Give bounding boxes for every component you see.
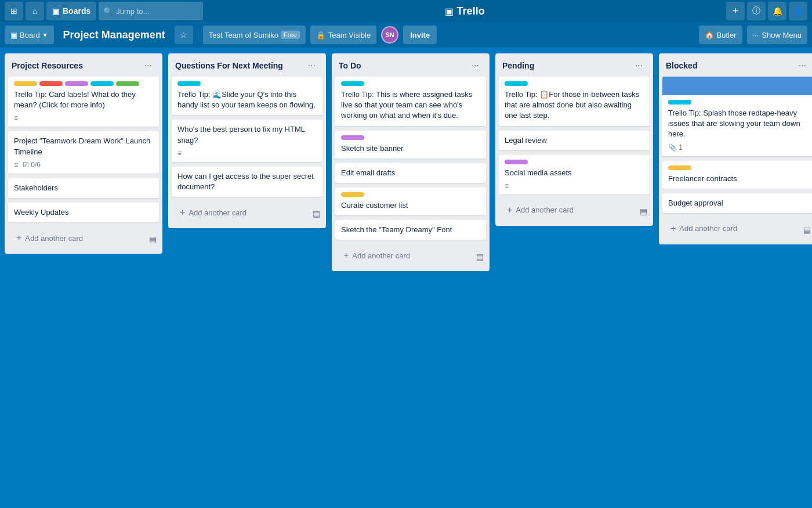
card-label bbox=[341, 81, 364, 86]
add-card-button-blocked[interactable]: +Add another card bbox=[665, 219, 799, 239]
card-tip-redtape[interactable]: Trello Tip: Splash those redtape-heavy i… bbox=[662, 77, 812, 156]
home-button[interactable]: ⌂ bbox=[26, 2, 44, 20]
list-menu-button-to-do[interactable]: ··· bbox=[468, 59, 483, 72]
app-branding: ▣ Trello bbox=[205, 5, 724, 17]
list-blocked: Blocked···Trello Tip: Splash those redta… bbox=[659, 53, 812, 244]
plus-icon: + bbox=[507, 205, 512, 215]
card-tip-labels[interactable]: Trello Tip: Card labels! What do they me… bbox=[8, 77, 159, 127]
list-header-blocked: Blocked··· bbox=[659, 53, 812, 77]
card-edit-email-drafts[interactable]: Edit email drafts bbox=[335, 163, 486, 183]
card-template-button-project-resources[interactable]: ▤ bbox=[147, 232, 159, 246]
add-card-button-pending[interactable]: +Add another card bbox=[501, 200, 635, 220]
card-label bbox=[65, 81, 88, 86]
app-name: Trello bbox=[457, 5, 485, 17]
list-questions-next-meeting: Questions For Next Meeting···Trello Tip:… bbox=[168, 53, 326, 228]
card-sketch-banner[interactable]: Sketch site banner bbox=[335, 131, 486, 158]
card-badge: 📎 1 bbox=[668, 143, 683, 152]
list-cards-project-resources: Trello Tip: Card labels! What do they me… bbox=[5, 77, 162, 227]
grid-icon-button[interactable]: ⊞ bbox=[5, 2, 23, 20]
card-tip-inbetween[interactable]: Trello Tip: 📋For those in-between tasks … bbox=[499, 77, 650, 126]
card-text-stakeholders: Stakeholders bbox=[14, 183, 153, 193]
plus-icon: + bbox=[180, 207, 185, 218]
list-menu-button-blocked[interactable]: ··· bbox=[795, 59, 810, 72]
star-button[interactable]: ☆ bbox=[175, 26, 193, 44]
star-icon: ☆ bbox=[180, 30, 187, 39]
card-label bbox=[177, 81, 201, 86]
card-text-legal-review: Legal review bbox=[505, 135, 644, 146]
card-labels-sketch-banner bbox=[341, 135, 480, 140]
search-bar[interactable]: 🔍 bbox=[99, 2, 203, 20]
list-menu-button-pending[interactable]: ··· bbox=[632, 59, 646, 72]
avatar[interactable]: SN bbox=[381, 26, 398, 44]
card-badge: ≡ bbox=[14, 161, 18, 169]
team-name-button[interactable]: Test Team of Sumiko Free bbox=[203, 26, 306, 44]
card-freelancer-contracts[interactable]: Freelancer contracts bbox=[662, 161, 812, 189]
card-label bbox=[90, 81, 114, 86]
card-tip-assigned[interactable]: Trello Tip: This is where assigned tasks… bbox=[335, 77, 486, 126]
list-title-blocked: Blocked bbox=[666, 61, 795, 70]
card-label bbox=[668, 100, 691, 105]
card-template-button-questions-next-meeting[interactable]: ▤ bbox=[310, 207, 322, 221]
add-card-footer-to-do: +Add another card▤ bbox=[332, 244, 490, 271]
list-menu-button-project-resources[interactable]: ··· bbox=[141, 59, 155, 72]
card-sketch-font[interactable]: Sketch the "Teamy Dreamy" Font bbox=[335, 220, 486, 240]
add-card-button-to-do[interactable]: +Add another card bbox=[338, 246, 472, 265]
list-title-to-do: To Do bbox=[339, 61, 468, 70]
card-stakeholders[interactable]: Stakeholders bbox=[8, 178, 159, 198]
card-label bbox=[341, 192, 364, 197]
profile-button[interactable]: 👤 bbox=[789, 2, 807, 20]
card-template-button-to-do[interactable]: ▤ bbox=[474, 250, 486, 264]
boards-button[interactable]: ▣ Boards bbox=[46, 2, 96, 20]
team-visible-button[interactable]: 🔒 Team Visible bbox=[310, 26, 376, 44]
card-budget-approval[interactable]: Budget approval bbox=[662, 193, 812, 213]
add-card-label: Add another card bbox=[188, 208, 246, 217]
card-label bbox=[14, 81, 37, 86]
butler-label: Butler bbox=[717, 31, 737, 39]
search-input[interactable] bbox=[116, 7, 197, 16]
card-text-tip-assigned: Trello Tip: This is where assigned tasks… bbox=[341, 89, 480, 121]
card-label bbox=[505, 81, 528, 86]
card-text-launch-timeline: Project "Teamwork Dream Work" Launch Tim… bbox=[14, 136, 153, 157]
list-cards-to-do: Trello Tip: This is where assigned tasks… bbox=[332, 77, 490, 244]
notifications-button[interactable]: 🔔 bbox=[768, 2, 786, 20]
info-button[interactable]: ⓘ bbox=[747, 2, 766, 20]
card-template-icon: ▤ bbox=[803, 225, 811, 235]
list-pending: Pending···Trello Tip: 📋For those in-betw… bbox=[495, 53, 653, 226]
card-footer-tip-redtape: 📎 1 bbox=[668, 143, 807, 152]
list-header-questions-next-meeting: Questions For Next Meeting··· bbox=[168, 53, 326, 77]
card-badge: ≡ bbox=[177, 149, 182, 157]
add-card-footer-blocked: +Add another card▤ bbox=[659, 218, 812, 244]
header-divider bbox=[198, 28, 198, 42]
search-icon: 🔍 bbox=[103, 7, 113, 16]
card-launch-timeline[interactable]: Project "Teamwork Dream Work" Launch Tim… bbox=[8, 131, 159, 173]
card-legal-review[interactable]: Legal review bbox=[499, 131, 650, 150]
grid-icon: ⊞ bbox=[10, 6, 17, 16]
card-footer-tip-labels: ≡ bbox=[14, 114, 153, 122]
card-template-button-blocked[interactable]: ▤ bbox=[801, 223, 812, 237]
card-label bbox=[341, 135, 364, 140]
card-html-snag[interactable]: Who's the best person to fix my HTML sna… bbox=[172, 120, 322, 161]
card-secret-document[interactable]: How can I get access to the super secret… bbox=[172, 167, 322, 197]
card-text-curate-customer: Curate customer list bbox=[341, 200, 480, 211]
board-view-button[interactable]: ▣ Board ▼ bbox=[5, 26, 54, 44]
add-card-footer-pending: +Add another card▤ bbox=[495, 199, 653, 226]
show-menu-label: Show Menu bbox=[762, 31, 802, 39]
card-weekly-updates[interactable]: Weekly Updates bbox=[8, 203, 159, 222]
butler-button[interactable]: 🏠 Butler bbox=[699, 26, 742, 44]
show-menu-button[interactable]: ··· Show Menu bbox=[747, 26, 808, 44]
card-label bbox=[668, 165, 691, 170]
invite-label: Invite bbox=[410, 31, 430, 39]
add-button[interactable]: + bbox=[726, 2, 745, 20]
add-card-button-questions-next-meeting[interactable]: +Add another card bbox=[174, 203, 308, 222]
card-curate-customer[interactable]: Curate customer list bbox=[335, 188, 486, 215]
add-card-button-project-resources[interactable]: +Add another card bbox=[10, 228, 144, 248]
card-tip-slide[interactable]: Trello Tip: 🌊Slide your Q's into this ha… bbox=[172, 77, 322, 115]
list-menu-button-questions-next-meeting[interactable]: ··· bbox=[304, 59, 319, 72]
boards-icon: ▣ bbox=[52, 7, 59, 16]
card-label bbox=[39, 81, 63, 86]
card-social-media[interactable]: Social media assets≡ bbox=[499, 155, 650, 194]
card-template-button-pending[interactable]: ▤ bbox=[637, 204, 650, 218]
list-title-questions-next-meeting: Questions For Next Meeting bbox=[175, 61, 304, 70]
plus-icon: + bbox=[16, 233, 21, 243]
invite-button[interactable]: Invite bbox=[403, 26, 437, 44]
